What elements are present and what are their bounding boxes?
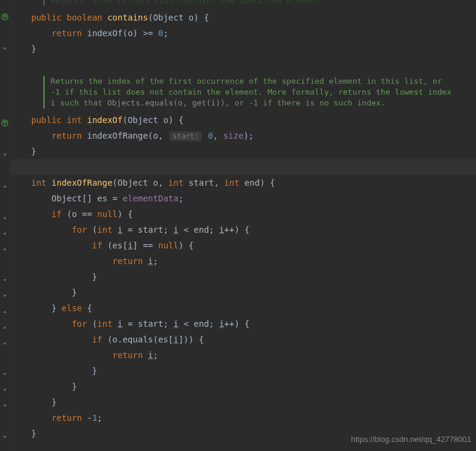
fold-close-icon[interactable] — [2, 152, 8, 158]
code-line: public boolean contains(Object o) { — [11, 10, 476, 25]
doc-text: such that — [55, 98, 107, 107]
code-line: if (es[i] == null) { — [11, 238, 476, 253]
fold-close-icon[interactable] — [2, 277, 8, 283]
code-line: return -1; — [11, 410, 476, 426]
code-line: return i; — [11, 253, 476, 269]
override-icon[interactable] — [1, 13, 8, 20]
watermark: https://blog.csdn.net/qq_42778001 — [351, 435, 472, 444]
code-editor[interactable]: Returns: true if this list contains the … — [0, 0, 476, 451]
code-line: for (int i = start; i < end; i++) { — [11, 222, 476, 238]
code-line: } else { — [11, 300, 476, 316]
code-line: } — [11, 363, 476, 379]
fold-close-icon[interactable] — [2, 403, 8, 409]
code-line: if (o.equals(es[i])) { — [11, 332, 476, 347]
code-line: } — [11, 379, 476, 394]
fold-open-icon[interactable] — [2, 246, 8, 252]
fold-close-icon[interactable] — [2, 434, 8, 440]
gutter — [0, 0, 11, 451]
doc-text: Returns the index of the first occurrenc… — [51, 77, 451, 96]
code-line: int indexOfRange(Object o, int start, in… — [11, 175, 476, 191]
code-line: } — [11, 269, 476, 285]
fold-open-icon[interactable] — [2, 340, 8, 346]
fold-open-icon[interactable] — [2, 215, 8, 221]
fold-open-icon[interactable] — [2, 309, 8, 315]
fold-open-icon[interactable] — [2, 183, 8, 189]
code-line-current — [11, 159, 476, 175]
fold-open-icon[interactable] — [2, 230, 8, 236]
javadoc-contains: Returns: true if this list contains the … — [43, 0, 453, 6]
code-line: Object[] es = elementData; — [11, 191, 476, 206]
code-line — [11, 57, 476, 72]
code-line: } — [11, 394, 476, 410]
javadoc-indexof: Returns the index of the first occurrenc… — [43, 76, 453, 109]
code-line: public int indexOf(Object o) { — [11, 112, 476, 128]
code-line: } — [11, 41, 476, 57]
fold-close-icon[interactable] — [2, 371, 8, 377]
fold-close-icon[interactable] — [2, 46, 8, 52]
fold-close-icon[interactable] — [2, 293, 8, 299]
doc-text: , or -1 if there is no such index. — [225, 98, 386, 107]
doc-text: Returns: true if this list contains the … — [51, 0, 319, 5]
code-line: return i; — [11, 347, 476, 363]
doc-code: Objects.equals(o, get(i)) — [107, 98, 225, 107]
code-line: } — [11, 144, 476, 159]
code-line: for (int i = start; i < end; i++) { — [11, 316, 476, 332]
code-line: if (o == null) { — [11, 206, 476, 222]
param-hint: start: — [169, 131, 201, 141]
override-icon[interactable] — [1, 119, 8, 126]
code-line: } — [11, 285, 476, 300]
doc-code: i — [51, 98, 55, 107]
fold-open-icon[interactable] — [2, 324, 8, 330]
fold-close-icon[interactable] — [2, 387, 8, 393]
code-line: return indexOf(o) >= 0; — [11, 25, 476, 41]
code-content[interactable]: Returns: true if this list contains the … — [11, 0, 476, 451]
code-line: return indexOfRange(o, start: 0, size); — [11, 128, 476, 144]
